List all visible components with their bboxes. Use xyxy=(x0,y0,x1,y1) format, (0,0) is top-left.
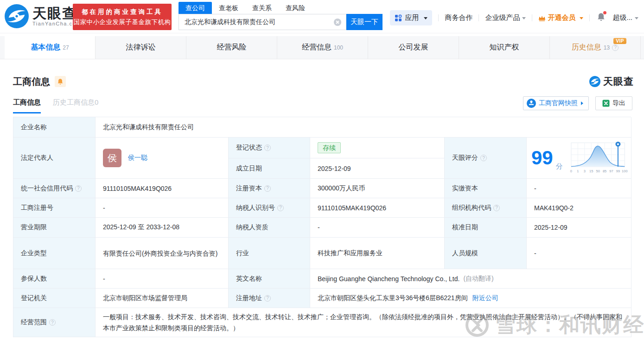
search-input[interactable] xyxy=(179,14,346,30)
help-icon[interactable] xyxy=(264,295,271,302)
subscribe-bell-icon[interactable] xyxy=(55,76,66,87)
field-label: 纳税人识别号 xyxy=(229,198,310,218)
field-label: 登记机关 xyxy=(13,289,96,308)
svg-text:3: 3 xyxy=(583,169,585,173)
subtab-business-info[interactable]: 工商信息 xyxy=(13,98,41,113)
search-tab-boss[interactable]: 查老板 xyxy=(212,2,245,14)
field-label: 注册地址 xyxy=(229,289,310,308)
search-tab-company[interactable]: 查公司 xyxy=(179,2,212,14)
subtab-history-info[interactable]: 历史工商信息0 xyxy=(53,98,98,113)
svg-text:85: 85 xyxy=(603,169,606,173)
arrow-right-icon xyxy=(581,101,585,105)
svg-text:97: 97 xyxy=(609,169,613,173)
export-button[interactable]: 导出 xyxy=(595,96,632,110)
field-label: 英文名称 xyxy=(229,269,310,289)
tianyancha-logo-icon xyxy=(589,76,600,87)
nearby-companies-link[interactable]: 附近公司 xyxy=(472,294,498,302)
field-label: 统一社会信用代码 xyxy=(13,179,96,198)
reg-no-value: - xyxy=(96,198,229,218)
svg-text:50: 50 xyxy=(596,169,599,173)
reg-capital-value: 300000万人民币 xyxy=(310,179,445,198)
brand-logo[interactable]: 天眼查 TianYanCha.com xyxy=(5,4,81,28)
tab-business-info[interactable]: 经营信息 100 xyxy=(277,36,368,59)
staff-size-value: - xyxy=(527,238,631,269)
search-tab-relation[interactable]: 查关系 xyxy=(245,2,279,14)
section-title: 工商信息 xyxy=(13,75,50,88)
field-label: 经营范围 xyxy=(13,308,96,337)
promo-banner: 都在用的商业查询工具 国家中小企业发展子基金旗下机构 xyxy=(73,4,172,30)
score-unit: 分 xyxy=(556,162,563,171)
help-icon[interactable] xyxy=(75,185,82,192)
tab-development[interactable]: 公司发展 xyxy=(368,36,459,59)
nav-enterprise[interactable]: 企业级产品 xyxy=(485,13,526,22)
status-badge: 存续 xyxy=(318,142,341,153)
company-name-value: 北京光和谦成科技有限责任公司 xyxy=(96,117,631,138)
reg-status-cell: 存续 xyxy=(310,138,445,158)
avatar[interactable]: 侯 xyxy=(103,149,121,167)
promo-line2: 国家中小企业发展子基金旗下机构 xyxy=(74,18,171,26)
field-label: 企业类型 xyxy=(13,238,96,269)
nav-cooperation[interactable]: 商务合作 xyxy=(445,13,472,22)
tab-legal[interactable]: 法律诉讼 xyxy=(96,36,186,59)
tab-ip[interactable]: 知识产权 xyxy=(459,36,550,59)
nav-membership[interactable]: 开通会员 xyxy=(538,13,583,22)
field-label: 工商注册号 xyxy=(13,198,96,218)
help-icon[interactable] xyxy=(49,319,56,326)
field-label: 实缴资本 xyxy=(445,179,527,198)
chevron-down-icon xyxy=(635,17,638,21)
help-icon[interactable] xyxy=(277,205,284,211)
stamp-icon xyxy=(527,99,536,108)
section-brand-logo: 天眼查 xyxy=(589,75,634,88)
divider xyxy=(532,14,532,21)
apps-grid-icon xyxy=(395,14,402,22)
divider xyxy=(438,14,439,21)
score-distribution-chart: 0 1 3 15 50 85 97 99 100 xyxy=(566,140,629,176)
business-term-value: 2025-12-09 至 2033-12-08 xyxy=(96,218,229,238)
clear-icon[interactable] xyxy=(334,19,341,26)
main-content: 工商信息 天眼查 工商信息 历史工商信息0 xyxy=(0,60,644,346)
divider xyxy=(589,14,590,21)
chevron-down-icon xyxy=(522,17,526,21)
taxpayer-id-value: 91110105MAK419Q026 xyxy=(310,198,445,218)
legal-rep-cell: 侯 侯一聪 xyxy=(96,138,229,179)
help-icon[interactable] xyxy=(264,145,271,151)
org-code-value: MAK419Q0-2 xyxy=(527,198,631,218)
approve-date-value: 2025-12-09 xyxy=(527,218,631,238)
notification-bell-icon[interactable] xyxy=(597,13,606,24)
search-tab-risk[interactable]: 查风险 xyxy=(279,2,312,14)
paid-capital-value: - xyxy=(527,179,631,198)
tab-history[interactable]: VIP 历史信息 13 xyxy=(550,36,641,59)
nav-super[interactable]: 超级... xyxy=(612,13,638,22)
apps-label: 应用 xyxy=(405,13,419,22)
tab-risk[interactable]: 经营风险 xyxy=(186,36,277,59)
search-input-wrap xyxy=(179,14,346,30)
svg-text:99: 99 xyxy=(616,169,619,173)
field-label: 注册资本 xyxy=(229,179,310,198)
tianyancha-company-page: 天眼查 TianYanCha.com 都在用的商业查询工具 国家中小企业发展子基… xyxy=(0,0,644,346)
official-snapshot-button[interactable]: 工商官网快照 xyxy=(523,96,589,110)
search-button[interactable]: 天眼一下 xyxy=(346,14,383,30)
reg-authority-value: 北京市朝阳区市场监督管理局 xyxy=(96,289,229,308)
apps-button[interactable]: 应用 xyxy=(390,10,432,25)
company-type-value: 有限责任公司(外商投资企业与内资合资) xyxy=(96,238,229,269)
field-label: 核准日期 xyxy=(445,218,527,238)
help-icon[interactable] xyxy=(264,185,271,192)
vip-badge: VIP xyxy=(613,38,626,44)
top-header: 天眼查 TianYanCha.com 都在用的商业查询工具 国家中小企业发展子基… xyxy=(0,0,644,33)
excel-icon xyxy=(602,100,610,107)
field-label: 天眼评分 xyxy=(445,138,527,179)
legal-rep-link[interactable]: 侯一聪 xyxy=(128,154,147,162)
reg-address-cell: 北京市朝阳区垡头化工东里3号36号楼6层B6221房间 附近公司 xyxy=(310,289,631,308)
field-label: 组织机构代码 xyxy=(445,198,527,218)
help-icon[interactable] xyxy=(493,205,500,211)
help-icon[interactable] xyxy=(612,44,618,51)
promo-line1: 都在用的商业查询工具 xyxy=(82,8,163,16)
help-icon[interactable] xyxy=(480,155,487,161)
field-label: 企业名称 xyxy=(13,117,96,138)
tab-basic-info[interactable]: 基本信息 27 xyxy=(5,36,96,59)
insured-value: - xyxy=(96,269,229,289)
score-cell: 99 分 xyxy=(527,138,631,179)
divider xyxy=(478,14,479,21)
field-label: 登记状态 xyxy=(229,138,310,158)
field-label: 营业期限 xyxy=(13,218,96,238)
